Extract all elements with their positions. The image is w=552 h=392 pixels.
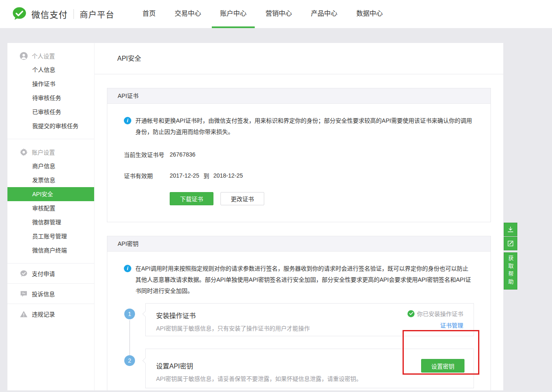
sidebar-item-wechat-group-mgmt[interactable]: 微信群管理 xyxy=(7,215,94,229)
chat-bubble-icon xyxy=(20,290,28,298)
cert-management-link[interactable]: 证书管理 xyxy=(440,321,463,329)
cert-validity-from: 2017-12-25 xyxy=(170,172,199,179)
download-cert-button[interactable]: 下载证书 xyxy=(170,192,213,205)
main-nav: 首页 交易中心 账户中心 营销中心 产品中心 数据中心 xyxy=(133,0,392,28)
sidebar-item-my-submitted-tasks[interactable]: 我提交的审核任务 xyxy=(7,119,94,133)
warning-icon xyxy=(20,310,28,318)
sidebar-section-title: 账户设置 xyxy=(32,148,55,156)
brand: 微信支付 商户平台 xyxy=(12,0,114,28)
sidebar-section-violation: 违规记录 xyxy=(7,304,94,324)
step-1-notch xyxy=(142,311,148,317)
cert-validity-label: 证书有效期 xyxy=(124,171,170,180)
change-cert-button[interactable]: 更改证书 xyxy=(220,192,264,205)
step-1-status-text: 你已安装操作证书 xyxy=(417,309,463,318)
nav-item-marketing-center[interactable]: 营销中心 xyxy=(257,0,300,28)
api-key-steps: 1 安装操作证书 API密钥属于敏感信息，只有安装了操作证书的用户才能操作 你已… xyxy=(145,303,474,388)
step-2-badge: 2 xyxy=(124,355,135,366)
feedback-shortcut-button[interactable] xyxy=(504,237,517,250)
cert-number-label: 当前生效证书号 xyxy=(124,150,170,159)
key-info-row: i 在API调用时用来按照指定规则对你的请求参数进行签名，服务器收到你的请求时会… xyxy=(124,263,474,297)
step-1-status: 你已安装操作证书 xyxy=(407,309,463,318)
sidebar-section-title: 违规记录 xyxy=(32,310,55,318)
nav-item-account-center[interactable]: 账户中心 xyxy=(212,0,255,28)
nav-item-transaction-center[interactable]: 交易中心 xyxy=(166,0,209,28)
page-title: API安全 xyxy=(95,43,503,74)
sidebar-section-title: 个人设置 xyxy=(32,52,55,60)
sidebar-item-pending-tasks[interactable]: 待审核任务 xyxy=(7,91,94,105)
cert-info-text: 开通帐号和更换API证书时，由微信支付签发，用来标识和界定你的身份；部分安全性要… xyxy=(135,115,474,138)
sidebar-header-personal: 个人设置 xyxy=(7,49,94,63)
sidebar-item-invoice-info[interactable]: 发票信息 xyxy=(7,173,94,187)
step-2-desc: API密钥属于敏感信息，请妥善保管不要泄露，如果怀疑信息泄露，请重设密钥。 xyxy=(156,374,463,382)
sidebar-section-personal: 个人设置 个人信息 操作证书 待审核任务 已审核任务 我提交的审核任务 xyxy=(7,43,94,139)
step-1-desc: API密钥属于敏感信息，只有安装了操作证书的用户才能操作 xyxy=(156,324,463,332)
sidebar-item-merchant-info[interactable]: 商户信息 xyxy=(7,159,94,173)
api-key-card-body: i 在API调用时用来按照指定规则对你的请求参数进行签名，服务器收到你的请求时会… xyxy=(107,252,490,390)
info-icon: i xyxy=(124,117,131,124)
badge-check-icon xyxy=(20,270,28,278)
brand-divider xyxy=(73,9,74,19)
nav-item-product-center[interactable]: 产品中心 xyxy=(303,0,346,28)
step-set-api-key: 2 设置API密钥 API密钥属于敏感信息，请妥善保管不要泄露，如果怀疑信息泄露… xyxy=(145,349,474,388)
wechat-pay-logo-icon xyxy=(12,6,27,22)
edit-icon xyxy=(507,240,514,247)
api-cert-card-header: API证书 xyxy=(107,88,490,104)
cert-validity-row: 证书有效期 2017-12-25 到 2018-12-25 xyxy=(124,171,474,180)
sidebar-header-violation[interactable]: 违规记录 xyxy=(7,307,94,321)
floating-help-widget: 获取帮助 xyxy=(504,223,517,290)
sidebar-header-account: 账户设置 xyxy=(7,145,94,159)
check-circle-icon xyxy=(407,310,415,317)
sidebar-item-api-security[interactable]: API安全 xyxy=(7,187,94,201)
sidebar-header-complaint[interactable]: 投诉信息 xyxy=(7,287,94,301)
sidebar-section-title: 投诉信息 xyxy=(32,290,55,298)
gear-icon xyxy=(20,148,28,156)
api-key-card: API密钥 i 在API调用时用来按照指定规则对你的请求参数进行签名，服务器收到… xyxy=(107,236,491,390)
sidebar-item-wechat-merchant-terminal[interactable]: 微信商户终端 xyxy=(7,243,94,257)
sidebar-item-personal-info[interactable]: 个人信息 xyxy=(7,63,94,77)
sidebar-header-payment-apply[interactable]: 支付申请 xyxy=(7,266,94,280)
top-header: 微信支付 商户平台 首页 交易中心 账户中心 营销中心 产品中心 数据中心 xyxy=(0,0,552,28)
cert-info-row: i 开通帐号和更换API证书时，由微信支付签发，用来标识和界定你的身份；部分安全… xyxy=(124,115,474,138)
api-cert-card-body: i 开通帐号和更换API证书时，由微信支付签发，用来标识和界定你的身份；部分安全… xyxy=(107,104,490,222)
sidebar-section-payment-apply: 支付申请 xyxy=(7,264,94,284)
step-2-title: 设置API密钥 xyxy=(156,361,463,371)
sidebar-item-review-config[interactable]: 审核配置 xyxy=(7,201,94,215)
main-content: API安全 API证书 i 开通帐号和更换API证书时，由微信支付签发，用来标识… xyxy=(94,43,503,390)
cert-buttons-row: 下载证书 更改证书 xyxy=(170,192,474,205)
sidebar-section-title: 支付申请 xyxy=(32,269,55,278)
sidebar: 个人设置 个人信息 操作证书 待审核任务 已审核任务 我提交的审核任务 账户设置… xyxy=(7,43,94,390)
nav-item-home[interactable]: 首页 xyxy=(134,0,164,28)
api-key-card-header: API密钥 xyxy=(107,236,490,252)
cert-number-value: 26767836 xyxy=(170,151,195,158)
brand-subtitle: 商户平台 xyxy=(80,8,114,20)
sidebar-item-staff-account-mgmt[interactable]: 员工账号管理 xyxy=(7,229,94,243)
user-icon xyxy=(20,52,28,60)
cert-validity-joiner: 到 xyxy=(204,171,209,180)
step-1-badge: 1 xyxy=(124,309,135,319)
sidebar-item-operation-cert[interactable]: 操作证书 xyxy=(7,77,94,91)
step-install-cert: 1 安装操作证书 API密钥属于敏感信息，只有安装了操作证书的用户才能操作 你已… xyxy=(145,303,474,336)
info-icon: i xyxy=(124,265,131,272)
sidebar-section-account: 账户设置 商户信息 发票信息 API安全 审核配置 微信群管理 员工账号管理 微… xyxy=(7,139,94,264)
download-shortcut-button[interactable] xyxy=(504,223,517,236)
cert-number-row: 当前生效证书号 26767836 xyxy=(124,150,474,159)
download-icon xyxy=(507,226,514,233)
cert-validity-to: 2018-12-25 xyxy=(213,172,243,179)
sidebar-section-complaint: 投诉信息 xyxy=(7,284,94,304)
sidebar-item-reviewed-tasks[interactable]: 已审核任务 xyxy=(7,105,94,119)
get-help-button[interactable]: 获取帮助 xyxy=(504,252,517,290)
brand-title: 微信支付 xyxy=(31,8,68,20)
set-api-key-button[interactable]: 设置密钥 xyxy=(421,359,464,373)
nav-item-data-center[interactable]: 数据中心 xyxy=(348,0,391,28)
step-2-notch xyxy=(142,358,148,363)
key-info-text: 在API调用时用来按照指定规则对你的请求参数进行签名，服务器收到你的请求时会进行… xyxy=(135,263,474,297)
api-cert-card: API证书 i 开通帐号和更换API证书时，由微信支付签发，用来标识和界定你的身… xyxy=(107,88,491,222)
